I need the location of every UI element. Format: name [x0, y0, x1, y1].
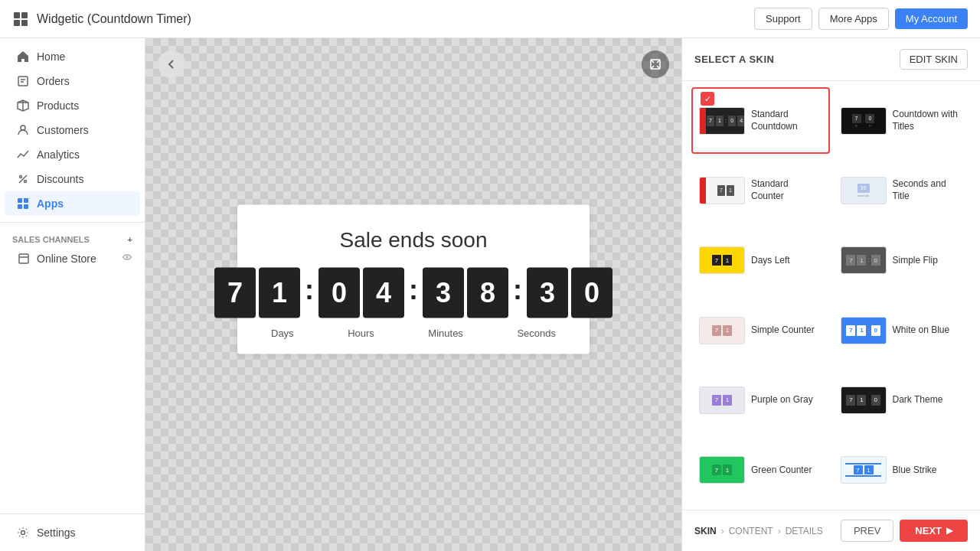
- skin-blue-strike[interactable]: 7 1 Blue Strike: [833, 437, 972, 504]
- back-button[interactable]: [158, 51, 185, 78]
- separator-2: :: [409, 276, 418, 310]
- support-button[interactable]: Support: [754, 8, 812, 30]
- customers-icon: [17, 124, 29, 136]
- sidebar-item-customers[interactable]: Customers: [5, 118, 140, 142]
- skin-simple-flip[interactable]: 7 1 : 0 Simple Flip: [833, 227, 972, 294]
- add-sales-channel-button[interactable]: +: [128, 235, 132, 244]
- svg-rect-3: [21, 20, 28, 26]
- svg-rect-13: [18, 198, 22, 203]
- skin-grid: ✓ 7 1 : 0 4 Standard Countdown: [682, 81, 980, 510]
- expand-button[interactable]: [642, 51, 669, 78]
- skin-name-standard-countdown: Standard Countdown: [751, 109, 822, 132]
- apps-icon: [17, 197, 29, 210]
- sidebar-item-home[interactable]: Home: [5, 44, 140, 69]
- app-icon: [12, 11, 29, 28]
- sidebar-item-products[interactable]: Products: [5, 93, 140, 118]
- skin-name-white-on-blue: White on Blue: [893, 324, 950, 337]
- prev-button[interactable]: PREV: [841, 520, 893, 542]
- panel-footer: SKIN › CONTENT › DETAILS PREV NEXT ▶: [682, 510, 980, 551]
- store-icon: [18, 253, 29, 264]
- skin-green-counter[interactable]: 7 1 Green Counter: [691, 437, 830, 504]
- discounts-icon: [17, 173, 29, 185]
- selected-checkmark: ✓: [701, 92, 714, 106]
- top-nav-right: Support More Apps My Account: [754, 8, 968, 30]
- bc-skin: SKIN: [694, 526, 717, 536]
- skin-thumbnail-green-counter: 7 1: [699, 456, 745, 484]
- online-store-visibility-icon[interactable]: [122, 252, 132, 265]
- back-arrow-icon: [165, 58, 178, 70]
- next-button[interactable]: NEXT ▶: [900, 520, 968, 542]
- svg-rect-0: [14, 12, 20, 18]
- skin-thumbnail-standard-countdown: 7 1 : 0 4: [699, 107, 745, 135]
- edit-skin-button[interactable]: EDIT SKIN: [900, 49, 968, 70]
- svg-point-9: [21, 126, 25, 130]
- sidebar: Home Orders Products Customers Analytics…: [0, 38, 145, 551]
- main-layout: Home Orders Products Customers Analytics…: [0, 38, 980, 551]
- svg-rect-4: [18, 77, 28, 86]
- skin-dark-theme[interactable]: 7 1 : 0 Dark Theme: [833, 367, 972, 433]
- minutes-label: Minutes: [428, 328, 463, 339]
- skin-thumbnail-countdown-with-titles: 7 D : 0 H: [841, 107, 887, 135]
- svg-rect-15: [18, 204, 22, 209]
- bc-details: DETAILS: [786, 526, 823, 536]
- right-panel: SELECT A SKIN EDIT SKIN ✓ 7 1 : 0 4: [681, 38, 980, 551]
- next-arrow-icon: ▶: [946, 526, 952, 536]
- sidebar-item-settings[interactable]: Settings: [5, 520, 140, 545]
- skin-thumbnail-days-left: 7 1: [699, 246, 745, 274]
- skin-name-days-left: Days Left: [751, 255, 790, 267]
- top-nav-left: Widgetic (Countdown Timer): [12, 11, 191, 28]
- skin-name-simple-flip: Simple Flip: [893, 255, 938, 267]
- sidebar-item-online-store[interactable]: Online Store: [0, 247, 145, 269]
- main-content: Sale ends soon 7 1 : 0 4 :: [145, 38, 681, 551]
- svg-point-10: [20, 176, 22, 178]
- skin-name-purple-on-gray: Purple on Gray: [751, 394, 813, 406]
- separator-3: :: [513, 276, 522, 310]
- more-apps-button[interactable]: More Apps: [818, 8, 889, 30]
- skin-standard-countdown[interactable]: ✓ 7 1 : 0 4 Standard Countdown: [691, 87, 830, 154]
- skin-name-simple-counter: Simple Counter: [751, 324, 815, 337]
- app-title: Widgetic (Countdown Timer): [37, 12, 191, 26]
- skin-name-countdown-with-titles: Countdown with Titles: [893, 109, 964, 132]
- skin-white-on-blue[interactable]: 7 1 : 0 White on Blue: [833, 297, 972, 364]
- skin-standard-counter[interactable]: 7 1 Standard Counter: [691, 157, 830, 223]
- home-icon: [17, 51, 29, 63]
- skin-name-dark-theme: Dark Theme: [893, 394, 943, 406]
- panel-header: SELECT A SKIN EDIT SKIN: [682, 38, 980, 81]
- canvas-area: Sale ends soon 7 1 : 0 4 :: [145, 38, 681, 551]
- skin-thumbnail-blue-strike: 7 1: [841, 456, 887, 484]
- skin-name-green-counter: Green Counter: [751, 465, 812, 477]
- countdown-labels: Days Hours Minutes Seconds: [268, 328, 559, 339]
- sidebar-item-discounts[interactable]: Discounts: [5, 167, 140, 191]
- expand-icon: [649, 58, 662, 70]
- svg-rect-16: [24, 204, 28, 209]
- sidebar-item-analytics[interactable]: Analytics: [5, 142, 140, 167]
- days-digit-1: 7: [214, 268, 256, 318]
- skin-thumbnail-dark-theme: 7 1 : 0: [841, 386, 887, 414]
- svg-rect-17: [19, 254, 28, 263]
- skin-seconds-title[interactable]: 30 seconds Seconds and Title: [833, 157, 972, 223]
- bc-content: CONTENT: [729, 526, 773, 536]
- skin-name-blue-strike: Blue Strike: [893, 465, 937, 477]
- orders-icon: [17, 75, 29, 87]
- days-label: Days: [271, 328, 294, 339]
- footer-buttons: PREV NEXT ▶: [841, 520, 968, 542]
- widget-title: Sale ends soon: [268, 228, 559, 253]
- minutes-digit-1: 3: [423, 268, 464, 318]
- svg-point-11: [24, 181, 27, 183]
- skin-simple-counter[interactable]: 7 1 Simple Counter: [691, 297, 830, 364]
- days-digit-2: 1: [259, 268, 300, 318]
- sidebar-item-apps[interactable]: Apps: [5, 191, 140, 216]
- sidebar-item-orders[interactable]: Orders: [5, 69, 140, 93]
- skin-purple-on-gray[interactable]: 7 1 Purple on Gray: [691, 367, 830, 433]
- top-navigation: Widgetic (Countdown Timer) Support More …: [0, 0, 980, 38]
- skin-name-seconds-title: Seconds and Title: [893, 178, 964, 202]
- panel-title: SELECT A SKIN: [694, 54, 775, 65]
- my-account-button[interactable]: My Account: [895, 8, 968, 29]
- skin-thumbnail-purple-on-gray: 7 1: [699, 386, 745, 414]
- skin-thumbnail-simple-counter: 7 1: [699, 317, 745, 344]
- svg-point-21: [21, 531, 25, 535]
- skin-days-left[interactable]: 7 1 Days Left: [691, 227, 830, 294]
- skin-countdown-with-titles[interactable]: 7 D : 0 H Countdown with Titles: [833, 87, 972, 154]
- products-icon: [17, 99, 29, 112]
- seconds-digit-1: 3: [527, 268, 568, 318]
